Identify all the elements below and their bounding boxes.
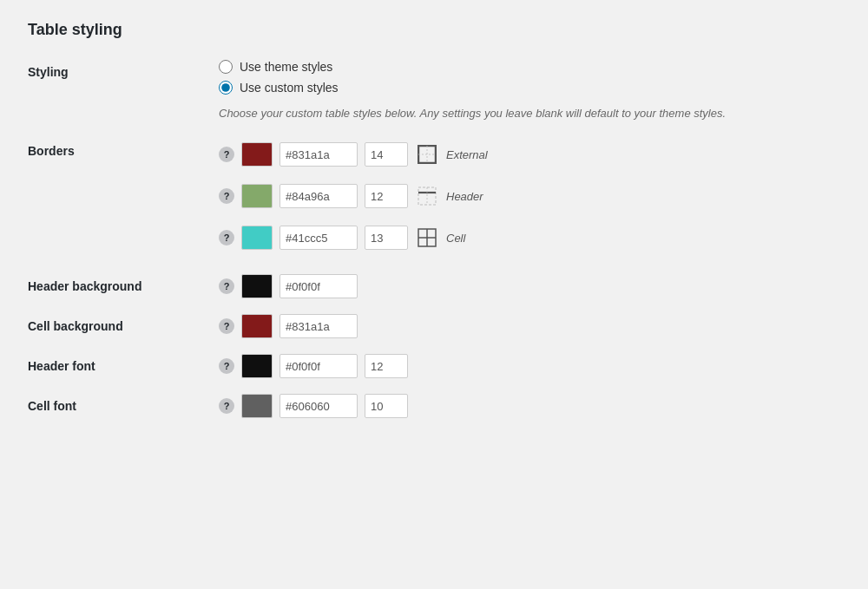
styling-radio-group: Use theme styles Use custom styles (219, 60, 726, 95)
help-icon-header-font[interactable]: ? (219, 358, 234, 374)
size-input-cell-font[interactable] (365, 394, 408, 418)
borders-label: Borders (28, 139, 219, 158)
header-font-label: Header font (28, 354, 219, 373)
color-input-cell[interactable] (279, 226, 358, 250)
cell-background-label: Cell background (28, 314, 219, 333)
color-swatch-cell-bg[interactable] (241, 314, 273, 338)
color-swatch-header-font[interactable] (241, 354, 273, 378)
header-font-content: ? (219, 354, 408, 378)
page-title: Table styling (28, 21, 840, 39)
border-label-external: External (446, 148, 488, 161)
header-background-content: ? (219, 274, 358, 298)
color-input-header-bg[interactable] (279, 274, 358, 298)
header-font-field: Header font ? (28, 354, 840, 378)
cell-font-field: Cell font ? (28, 394, 840, 418)
color-input-external[interactable] (279, 142, 358, 167)
help-icon-cell[interactable]: ? (219, 230, 234, 245)
styling-hint: Choose your custom table styles below. A… (219, 107, 726, 120)
cell-font-content: ? (219, 394, 408, 418)
size-input-external[interactable] (365, 142, 408, 167)
border-label-header: Header (446, 190, 483, 203)
color-swatch-cell-font[interactable] (241, 394, 273, 418)
styling-field: Styling Use theme styles Use custom styl… (28, 60, 840, 123)
border-label-cell: Cell (446, 232, 465, 245)
color-input-header[interactable] (279, 184, 358, 208)
help-icon-header[interactable]: ? (219, 188, 234, 204)
border-row-cell: ? Cell (219, 226, 488, 250)
color-swatch-external[interactable] (241, 142, 273, 167)
cell-background-content: ? (219, 314, 358, 338)
help-icon-cell-font[interactable]: ? (219, 398, 234, 414)
color-swatch-cell[interactable] (241, 226, 273, 250)
cell-background-field: Cell background ? (28, 314, 840, 338)
size-input-cell[interactable] (365, 226, 408, 250)
cell-font-label: Cell font (28, 394, 219, 413)
radio-custom-styles[interactable]: Use custom styles (219, 81, 726, 95)
header-background-field: Header background ? (28, 274, 840, 298)
styling-content: Use theme styles Use custom styles Choos… (219, 60, 726, 123)
help-icon-header-bg[interactable]: ? (219, 278, 234, 294)
border-type-icon-external (415, 142, 439, 167)
color-swatch-header[interactable] (241, 184, 273, 208)
borders-content: ? External ? (219, 139, 488, 259)
borders-field: Borders ? External ? (28, 139, 840, 259)
radio-custom-input[interactable] (219, 81, 233, 95)
border-row-external: ? External (219, 142, 488, 167)
size-input-header-font[interactable] (365, 354, 408, 378)
color-input-header-font[interactable] (279, 354, 358, 378)
border-type-icon-cell (415, 226, 439, 250)
color-swatch-header-bg[interactable] (241, 274, 273, 298)
header-background-label: Header background (28, 274, 219, 293)
radio-theme-styles[interactable]: Use theme styles (219, 60, 726, 74)
help-icon-external[interactable]: ? (219, 147, 234, 162)
help-icon-cell-bg[interactable]: ? (219, 318, 234, 334)
border-type-icon-header (415, 184, 439, 208)
radio-theme-input[interactable] (219, 60, 233, 74)
styling-label: Styling (28, 60, 219, 79)
radio-custom-label: Use custom styles (240, 81, 339, 95)
color-input-cell-font[interactable] (279, 394, 358, 418)
radio-theme-label: Use theme styles (240, 60, 332, 74)
size-input-header[interactable] (365, 184, 408, 208)
border-row-header: ? Header (219, 184, 488, 208)
color-input-cell-bg[interactable] (279, 314, 358, 338)
